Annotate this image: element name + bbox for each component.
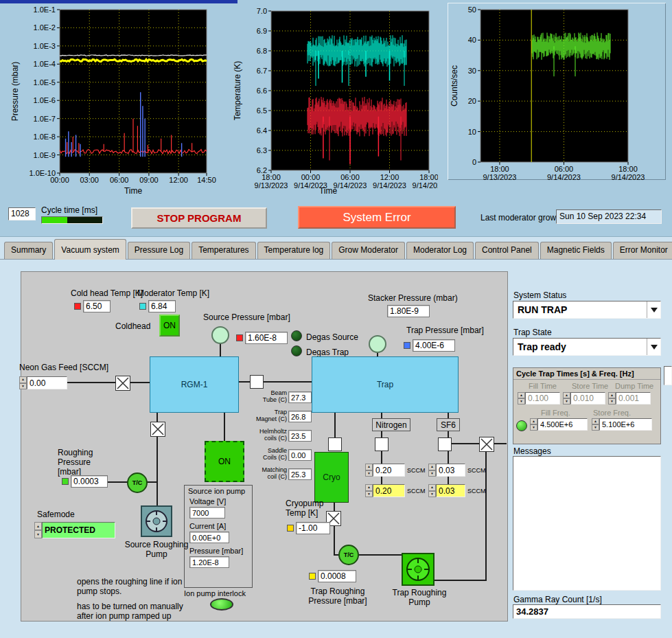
neon-gas-feed-input[interactable]: ▲▼ 0.00 [19,376,67,389]
svg-text:6.5: 6.5 [257,106,267,115]
stop-program-button[interactable]: STOP PROGRAM [131,207,267,229]
wire [220,344,221,356]
valve-neon-icon[interactable] [115,376,130,393]
svg-text:1.0E-9: 1.0E-9 [34,151,56,159]
svg-text:9/13/2023: 9/13/2023 [255,181,288,190]
messages-box[interactable] [513,456,661,591]
sf6-flow-actual[interactable]: ▲▼0.03 [428,484,465,497]
increment-decrement-icon[interactable]: ▲▼ [365,484,373,497]
store-time-input[interactable]: ▲▼0.010 [563,392,605,405]
svg-text:18:00: 18:00 [262,173,281,181]
increment-decrement-icon[interactable]: ▲▼ [563,392,570,405]
wire [381,477,382,484]
store-time-label: Store Time [572,382,608,390]
chevron-down-icon[interactable] [647,301,660,318]
gamma-ray-count-label: Gamma Ray Count [1/s] [513,595,602,604]
source-roughing-pump-label: Source Roughing Pump [122,540,191,559]
tab-temperatures[interactable]: Temperatures [192,242,255,259]
tab-grow-moderator[interactable]: Grow Moderator [332,242,405,259]
svg-text:Time: Time [319,186,338,196]
increment-decrement-icon[interactable]: ▲▼ [518,392,525,405]
svg-text:06:00: 06:00 [340,173,360,181]
ion-pump-interlock-toggle[interactable] [210,598,233,611]
trap-roughing-pump-icon[interactable] [402,553,435,588]
nitrogen-tag: Nitrogen [372,418,410,431]
tab-bar: Summary Vacuum system Pressure Log Tempe… [0,237,672,260]
store-freq-input[interactable]: ▲▼5.100E+6 [592,418,652,431]
cycle-trap-times-group: Cycle Trap Times [s] & Freq. [Hz] [513,367,661,444]
svg-text:1.0E-7: 1.0E-7 [34,115,56,123]
valve-trap-exhaust-icon[interactable] [479,437,494,454]
beam-tube-temp-label: Beam Tube (C) [255,389,287,403]
increment-decrement-icon[interactable]: ▲▼ [365,464,373,477]
coldhead-label: Coldhead [115,321,150,331]
chevron-down-icon[interactable] [647,339,660,355]
system-status-select[interactable]: RUN TRAP [513,301,661,319]
increment-decrement-icon[interactable]: ▲▼ [530,418,537,431]
cryopump-temp-value: -1.00 [296,522,330,534]
tab-error-monitor[interactable]: Error Monitor [613,242,672,259]
tab-temperature-log[interactable]: Temperature log [257,242,331,259]
svg-text:18:00: 18:00 [419,173,438,181]
trap-pressure-color-swatch [404,342,410,349]
trap-magnet-temp-label: Trap Magnet (C) [255,409,287,422]
svg-text:00:00: 00:00 [301,173,321,181]
coldhead-temp-label: Cold head Temp [K] [71,288,143,298]
source-roughing-pump-icon[interactable] [141,505,172,539]
source-valve-icon[interactable] [211,326,229,344]
svg-text:7.0: 7.0 [257,7,267,15]
degas-trap-led [291,345,302,356]
svg-text:10: 10 [468,128,476,136]
safemode-selector[interactable]: ▲▼ PROTECTED [34,522,115,538]
valve-roughing-icon[interactable] [150,422,165,439]
valve-nitrogen-icon[interactable] [375,437,389,453]
increment-decrement-icon[interactable]: ▲▼ [34,522,42,538]
trap-valve-icon[interactable] [369,335,386,353]
ion-pump-on-button[interactable]: ON [205,441,244,482]
svg-text:12:00: 12:00 [169,176,188,184]
valve-sf6-icon[interactable] [438,437,452,453]
coldhead-on-button[interactable]: ON [159,315,180,337]
trap-pressure-label: Trap Pressure [mbar] [406,326,484,335]
increment-decrement-icon[interactable]: ▲▼ [428,464,436,477]
valve-cryo-icon[interactable] [328,437,342,453]
tab-summary[interactable]: Summary [4,242,53,259]
degas-source-led [291,330,302,341]
tab-pressure-log[interactable]: Pressure Log [128,242,190,259]
svg-text:06:00: 06:00 [555,165,574,173]
trap-state-select[interactable]: Trap ready [513,338,661,356]
increment-decrement-icon[interactable]: ▲▼ [428,484,436,497]
increment-decrement-icon[interactable]: ▲▼ [19,376,27,389]
roughing-pressure-color-swatch [62,478,69,485]
wire [157,413,158,422]
tab-moderator-log[interactable]: Moderator Log [406,242,474,259]
valve-beamline-icon[interactable] [250,375,264,391]
degas-trap-label: Degas Trap [306,348,349,357]
wire [448,413,449,418]
sf6-flow-setpoint[interactable]: ▲▼0.03 [428,464,465,477]
saddle-coils-temp-value: 0.00 [288,449,312,461]
nitrogen-flow-setpoint[interactable]: ▲▼0.20 [365,464,405,477]
fill-freq-input[interactable]: ▲▼4.500E+6 [530,418,588,431]
tab-control-panel[interactable]: Control Panel [475,242,539,259]
rgm1-block: RGM-1 [150,356,239,413]
dump-time-input[interactable]: ▲▼0.001 [608,392,651,405]
nitrogen-flow-actual[interactable]: ▲▼0.20 [365,484,405,497]
cycle-time-indicator: 1028 [8,207,36,220]
increment-decrement-icon[interactable]: ▲▼ [592,418,599,431]
tab-vacuum-system[interactable]: Vacuum system [54,239,126,260]
svg-text:9/13/2023: 9/13/2023 [483,173,516,180]
increment-decrement-icon[interactable]: ▲▼ [608,392,616,405]
tab-magnetic-fields[interactable]: Magnetic Fields [540,242,612,259]
sccm-unit-label: SCCM [467,467,486,474]
svg-text:9/14/2023: 9/14/2023 [413,181,438,190]
last-moderator-label: Last moderator grown [480,213,561,223]
wire [452,443,479,444]
wire [381,431,382,437]
moderator-temp-label: Moderator Temp [K] [137,288,209,298]
svg-text:1.0E-4: 1.0E-4 [34,60,56,68]
svg-text:9/14/2023: 9/14/2023 [547,173,581,180]
system-error-indicator[interactable]: System Error [298,206,456,229]
gamma-ray-count-value: 34.2837 [513,604,661,619]
fill-time-input[interactable]: ▲▼0.100 [518,392,560,405]
